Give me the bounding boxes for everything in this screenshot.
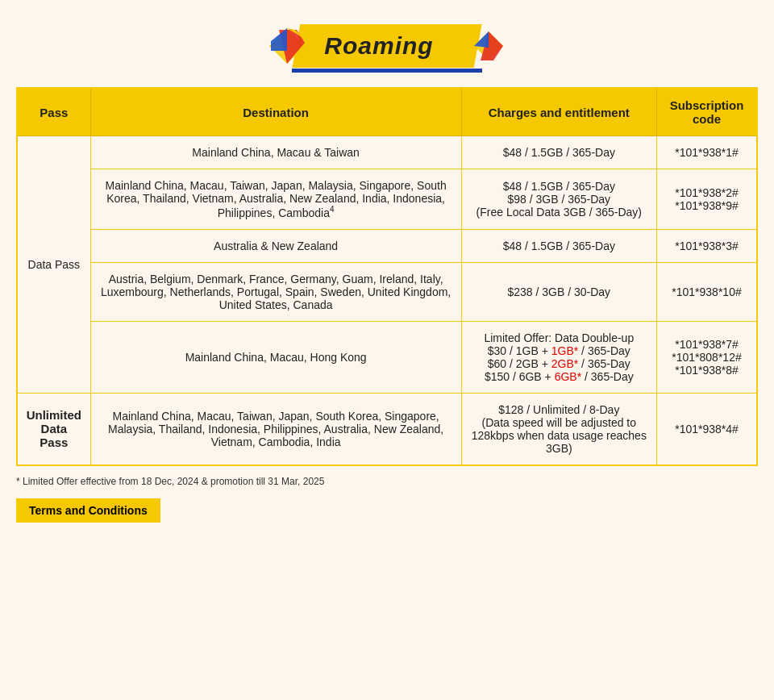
svg-marker-2 bbox=[271, 28, 287, 51]
table-row: Mainland China, Macau, Hong Kong Limited… bbox=[17, 321, 757, 393]
page-title: Roaming bbox=[324, 32, 433, 59]
left-decoration-icon bbox=[268, 27, 306, 65]
blue-underline bbox=[292, 69, 481, 73]
destination-cell: Mainland China, Macau, Hong Kong bbox=[90, 321, 461, 393]
destination-cell: Mainland China, Macau & Taiwan bbox=[90, 136, 461, 169]
table-row: Data Pass Mainland China, Macau & Taiwan… bbox=[17, 136, 757, 169]
destination-cell: Australia & New Zealand bbox=[90, 229, 461, 262]
table-header-row: Pass Destination Charges and entitlement… bbox=[17, 88, 757, 136]
table-row: Austria, Belgium, Denmark, France, Germa… bbox=[17, 262, 757, 321]
destination-cell: Mainland China, Macau, Taiwan, Japan, So… bbox=[90, 393, 461, 465]
code-cell: *101*938*1# bbox=[657, 136, 757, 169]
charges-cell: $128 / Unlimited / 8-Day (Data speed wil… bbox=[461, 393, 656, 465]
red-bonus: 6GB* bbox=[555, 370, 581, 383]
code-cell: *101*938*10# bbox=[657, 262, 757, 321]
destination-cell: Austria, Belgium, Denmark, France, Germa… bbox=[90, 262, 461, 321]
table-row: Australia & New Zealand $48 / 1.5GB / 36… bbox=[17, 229, 757, 262]
terms-button[interactable]: Terms and Conditions bbox=[16, 498, 160, 523]
charges-cell: $48 / 1.5GB / 365-Day bbox=[461, 229, 656, 262]
code-cell: *101*938*7# *101*808*12# *101*938*8# bbox=[657, 321, 757, 393]
pass-label-data: Data Pass bbox=[17, 136, 90, 394]
svg-marker-6 bbox=[474, 31, 489, 48]
col-charges: Charges and entitlement bbox=[461, 88, 656, 136]
red-bonus: 1GB* bbox=[551, 344, 578, 357]
col-destination: Destination bbox=[90, 88, 461, 136]
charges-cell: $238 / 3GB / 30-Day bbox=[461, 262, 656, 321]
col-pass: Pass bbox=[17, 88, 90, 136]
table-row: Mainland China, Macau, Taiwan, Japan, Ma… bbox=[17, 169, 757, 230]
code-cell: *101*938*4# bbox=[657, 393, 757, 465]
table-row: UnlimitedData Pass Mainland China, Macau… bbox=[17, 393, 757, 465]
code-cell: *101*938*3# bbox=[657, 229, 757, 262]
footnote-text: * Limited Offer effective from 18 Dec, 2… bbox=[16, 476, 758, 487]
pass-label-unlimited: UnlimitedData Pass bbox=[17, 393, 90, 465]
roaming-table: Pass Destination Charges and entitlement… bbox=[16, 87, 758, 466]
code-cell: *101*938*2# *101*938*9# bbox=[657, 169, 757, 230]
charges-cell: $48 / 1.5GB / 365-Day bbox=[461, 136, 656, 169]
charges-cell: $48 / 1.5GB / 365-Day $98 / 3GB / 365-Da… bbox=[461, 169, 656, 230]
right-decoration-icon bbox=[472, 30, 505, 62]
charges-cell: Limited Offer: Data Double-up $30 / 1GB … bbox=[461, 321, 656, 393]
banner-background: Roaming bbox=[292, 24, 481, 68]
header-banner: Roaming bbox=[16, 24, 758, 68]
red-bonus: 2GB* bbox=[551, 357, 578, 370]
col-code: Subscription code bbox=[657, 88, 757, 136]
destination-cell: Mainland China, Macau, Taiwan, Japan, Ma… bbox=[90, 169, 461, 230]
